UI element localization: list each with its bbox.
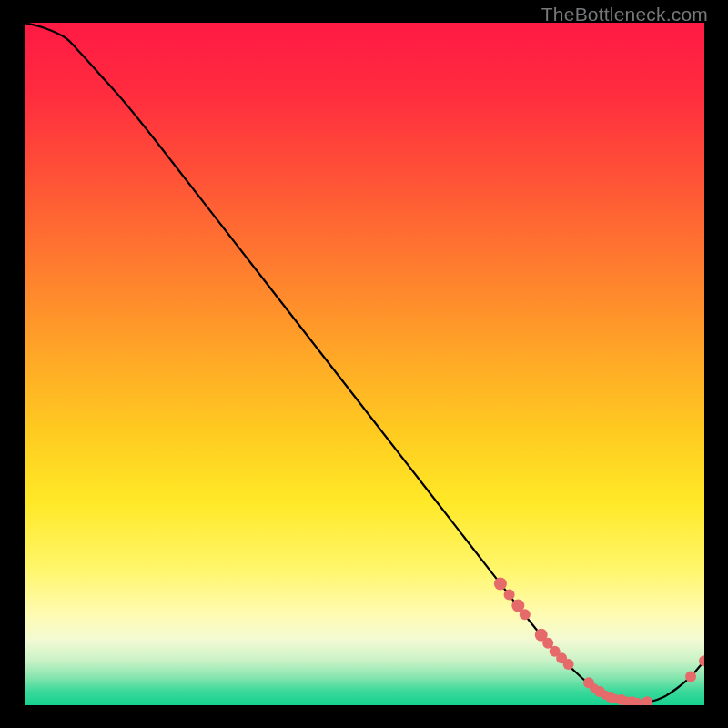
- svg-rect-0: [25, 23, 704, 705]
- chart-background-gradient: [25, 23, 704, 705]
- chart-plot-area: [25, 23, 704, 705]
- chart-stage: TheBottleneck.com: [0, 0, 728, 728]
